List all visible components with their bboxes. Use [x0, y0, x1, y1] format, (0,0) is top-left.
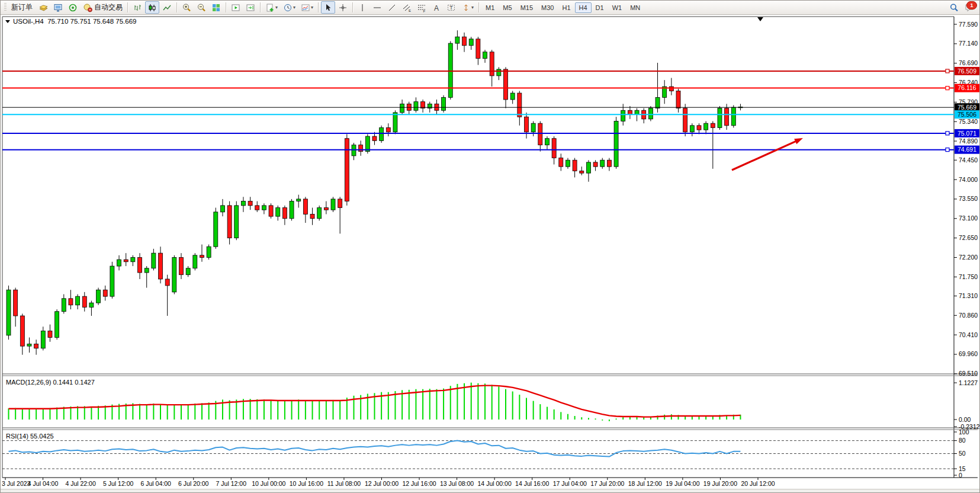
- gold-bars-button[interactable]: [36, 1, 50, 14]
- chart-bars-button[interactable]: [130, 1, 144, 14]
- candle-body: [76, 296, 80, 305]
- line-handle[interactable]: [946, 132, 949, 135]
- timeframe-m30[interactable]: M30: [537, 2, 558, 13]
- candle-body: [697, 126, 701, 130]
- candle-body: [124, 260, 128, 262]
- time-tick-label: 4 Jul 22:00: [65, 480, 96, 487]
- auto-scroll-icon: [231, 3, 240, 12]
- candle-body: [41, 331, 45, 348]
- chevron-down-icon: ▾: [293, 5, 295, 10]
- price-tick-label: 71.750: [959, 273, 978, 280]
- candle-body: [725, 108, 729, 126]
- timeframe-mn[interactable]: MN: [626, 2, 644, 13]
- price-tick-label: 72.200: [959, 254, 978, 261]
- candle-body: [676, 91, 680, 108]
- line-handle[interactable]: [946, 148, 949, 152]
- candle-body: [469, 39, 473, 46]
- arrows-button[interactable]: ▾: [459, 1, 476, 14]
- fibonacci-button[interactable]: F: [415, 1, 429, 14]
- line-handle[interactable]: [946, 87, 949, 90]
- time-tick-label: 17 Jul 20:00: [590, 480, 624, 487]
- indicators-button[interactable]: ▾: [263, 1, 280, 14]
- chart-canvas[interactable]: 77.59077.14076.69076.24075.79075.34074.8…: [1, 1, 980, 493]
- candle-body: [110, 266, 114, 296]
- trendline-button[interactable]: [385, 1, 399, 14]
- candle-body: [262, 206, 266, 210]
- price-tick-label: 73.100: [959, 215, 978, 222]
- rsi-axis-label: 100: [959, 428, 969, 436]
- time-tick-label: 14 Jul 16:00: [515, 480, 549, 487]
- candle-body: [600, 160, 605, 167]
- zoom-in-button[interactable]: [179, 1, 194, 14]
- autotrading-button[interactable]: 自动交易: [81, 1, 125, 14]
- auto-scroll-button[interactable]: [229, 1, 243, 14]
- macd-indicator-label: MACD(12,26,9) 0.1441 0.1427: [6, 379, 95, 386]
- status-strip: [1, 489, 979, 492]
- time-tick-label: 19 Jul 20:00: [703, 480, 737, 487]
- tile-windows-icon: [211, 3, 221, 12]
- signals-button[interactable]: [66, 1, 80, 14]
- candle-body: [324, 208, 328, 210]
- new-order-button[interactable]: 新订单: [8, 2, 36, 13]
- zoom-out-button[interactable]: [194, 1, 208, 14]
- candle-body: [89, 303, 94, 307]
- search-button[interactable]: [947, 1, 961, 14]
- candle-body: [442, 97, 446, 110]
- cursor-button[interactable]: [321, 1, 335, 14]
- time-tick-label: 12 Jul 16:00: [402, 480, 436, 487]
- timeframe-h4[interactable]: H4: [575, 2, 592, 13]
- tile-windows-button[interactable]: [209, 1, 223, 14]
- timeframe-m5[interactable]: M5: [499, 2, 516, 13]
- timeframe-w1[interactable]: W1: [608, 2, 626, 13]
- symbol-dropdown-icon[interactable]: [5, 20, 10, 23]
- time-tick-label: 6 Jul 04:00: [141, 480, 172, 487]
- horizontal-line-button[interactable]: [370, 1, 384, 14]
- candle-body: [200, 255, 204, 258]
- candle-body: [380, 127, 384, 140]
- text-label-button[interactable]: T: [444, 1, 458, 14]
- crosshair-button[interactable]: [336, 1, 350, 14]
- text-button[interactable]: A: [429, 1, 444, 14]
- candle-body: [303, 199, 307, 215]
- toolbar-separator: [127, 2, 128, 12]
- candle-body: [152, 253, 156, 268]
- search-icon: [949, 3, 959, 12]
- price-tick-label: 77.590: [959, 21, 978, 28]
- vertical-line-button[interactable]: [355, 1, 369, 14]
- terminal-button[interactable]: [51, 1, 65, 14]
- price-line-badge-label: 75.506: [957, 111, 976, 118]
- timeframe-d1[interactable]: D1: [592, 2, 608, 13]
- zoom-out-icon: [197, 3, 206, 12]
- time-tick-label: 6 Jul 20:00: [178, 480, 209, 487]
- price-tick-label: 71.310: [959, 292, 978, 299]
- signals-icon: [68, 3, 78, 12]
- periods-button[interactable]: ▾: [281, 1, 298, 14]
- chart-shift-button[interactable]: [243, 1, 258, 14]
- candle-body: [704, 123, 708, 130]
- candle-body: [338, 199, 342, 208]
- toolbar-separator: [352, 2, 353, 12]
- chart-candles-button[interactable]: [145, 1, 159, 14]
- candle-body: [220, 206, 224, 212]
- line-handle[interactable]: [946, 69, 949, 73]
- price-tick-label: 70.860: [959, 312, 978, 319]
- candle-body: [48, 331, 52, 338]
- price-tick-label: 70.410: [959, 331, 978, 338]
- equidistant-channel-button[interactable]: E: [400, 1, 414, 14]
- candle-body: [648, 108, 653, 119]
- price-line-badge-label: 75.071: [957, 130, 976, 137]
- candle-body: [97, 290, 101, 303]
- timeframe-m1[interactable]: M1: [481, 2, 499, 13]
- timeframe-m15[interactable]: M15: [516, 2, 537, 13]
- toolbar: 新订单 自动交易: [1, 1, 979, 15]
- candle-body: [186, 268, 190, 275]
- candle-body: [393, 113, 397, 132]
- candle-body: [718, 108, 722, 128]
- notifications-button[interactable]: 1: [962, 2, 977, 14]
- chart-line-button[interactable]: [160, 1, 174, 14]
- timeframe-buttons: M1M5M15M30H1H4D1W1MN: [481, 2, 644, 13]
- price-line-badge-label: 76.116: [957, 84, 976, 91]
- svg-text:F: F: [423, 9, 426, 12]
- timeframe-h1[interactable]: H1: [558, 2, 574, 13]
- templates-button[interactable]: ▾: [298, 1, 316, 14]
